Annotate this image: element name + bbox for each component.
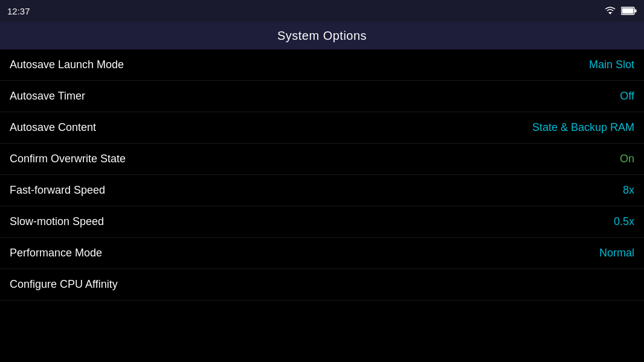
setting-label-slow-motion-speed: Slow-motion Speed	[10, 215, 104, 228]
setting-label-fast-forward-speed: Fast-forward Speed	[10, 184, 105, 197]
setting-row-configure-cpu-affinity[interactable]: Configure CPU Affinity	[0, 269, 644, 300]
settings-list: Autosave Launch ModeMain SlotAutosave Ti…	[0, 49, 644, 300]
setting-label-configure-cpu-affinity: Configure CPU Affinity	[10, 278, 118, 291]
status-bar: 12:37	[0, 0, 644, 22]
setting-row-confirm-overwrite-state[interactable]: Confirm Overwrite StateOn	[0, 144, 644, 175]
setting-label-performance-mode: Performance Mode	[10, 247, 102, 259]
setting-value-autosave-content: State & Backup RAM	[532, 121, 634, 134]
setting-value-slow-motion-speed: 0.5x	[614, 215, 634, 228]
setting-row-fast-forward-speed[interactable]: Fast-forward Speed8x	[0, 175, 644, 206]
wifi-icon	[604, 6, 616, 16]
battery-icon	[621, 7, 637, 15]
page-title: System Options	[277, 29, 367, 43]
setting-value-autosave-timer: Off	[620, 90, 634, 103]
setting-value-confirm-overwrite-state: On	[620, 153, 634, 165]
svg-rect-3	[635, 10, 637, 13]
setting-label-autosave-content: Autosave Content	[10, 121, 96, 134]
setting-row-autosave-launch-mode[interactable]: Autosave Launch ModeMain Slot	[0, 49, 644, 81]
title-bar: System Options	[0, 22, 644, 49]
setting-label-autosave-timer: Autosave Timer	[10, 90, 85, 103]
status-time: 12:37	[7, 6, 30, 16]
svg-rect-2	[622, 8, 634, 14]
setting-label-autosave-launch-mode: Autosave Launch Mode	[10, 59, 124, 71]
setting-row-slow-motion-speed[interactable]: Slow-motion Speed0.5x	[0, 206, 644, 238]
status-icons	[604, 6, 637, 16]
setting-label-confirm-overwrite-state: Confirm Overwrite State	[10, 153, 126, 165]
setting-value-fast-forward-speed: 8x	[623, 184, 634, 197]
setting-row-autosave-content[interactable]: Autosave ContentState & Backup RAM	[0, 112, 644, 144]
setting-row-autosave-timer[interactable]: Autosave TimerOff	[0, 81, 644, 112]
setting-row-performance-mode[interactable]: Performance ModeNormal	[0, 238, 644, 269]
setting-value-performance-mode: Normal	[599, 247, 634, 259]
svg-marker-0	[608, 12, 612, 14]
setting-value-autosave-launch-mode: Main Slot	[589, 59, 634, 71]
